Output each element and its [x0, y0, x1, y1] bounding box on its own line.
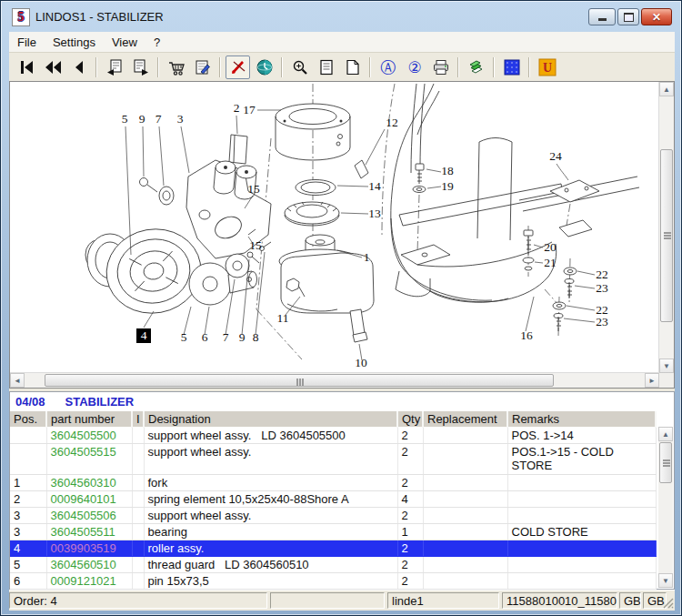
nav-prev-fast-button[interactable]: [40, 56, 65, 79]
callout-24[interactable]: 24: [549, 149, 562, 163]
callout-9[interactable]: 9: [139, 112, 145, 126]
col-part-number[interactable]: part number: [46, 411, 132, 428]
table-row[interactable]: 53604560510thread guard LD 36045605102: [10, 557, 656, 573]
cell-qty: 2: [397, 573, 423, 590]
col-qty[interactable]: Qty: [397, 411, 423, 428]
callout-6[interactable]: 6: [202, 330, 208, 344]
resize-grip-icon[interactable]: [663, 598, 674, 609]
menu-help[interactable]: ?: [145, 34, 168, 51]
table-scroll-down-icon[interactable]: ▼: [658, 573, 673, 588]
exploded-drawing[interactable]: 5 9 7 3 2 17 12 18 19 24 14 13 1 15 15 1…: [10, 82, 659, 373]
back-arrow-icon: [70, 58, 88, 76]
callout-19[interactable]: 19: [441, 179, 454, 193]
callout-1[interactable]: 1: [364, 250, 370, 264]
diagram-hscrollbar[interactable]: ◄ ►: [10, 372, 659, 388]
callout-22[interactable]: 22: [596, 268, 608, 281]
callout-5[interactable]: 5: [122, 112, 128, 126]
callout-7[interactable]: 7: [155, 112, 162, 126]
exit-pages-button[interactable]: [464, 56, 488, 79]
scroll-up-icon[interactable]: ▲: [659, 82, 674, 96]
menu-settings[interactable]: Settings: [45, 34, 104, 51]
minimize-button[interactable]: [588, 8, 616, 25]
find-circled-2-button[interactable]: ②: [402, 56, 426, 79]
callout-14[interactable]: 14: [368, 179, 381, 193]
callout-4-selected[interactable]: 4: [141, 328, 147, 342]
toolbar: Ⓐ ② U: [9, 53, 675, 82]
table-row[interactable]: 20009640101spring element 10,5x25x40-88S…: [10, 491, 656, 508]
close-button[interactable]: ✕: [641, 8, 672, 25]
cell-replacement: [423, 540, 507, 557]
table-vscrollbar[interactable]: ▲ ▼: [658, 427, 673, 588]
print-button[interactable]: [428, 56, 453, 79]
world-button[interactable]: [252, 56, 276, 79]
maximize-button[interactable]: [617, 8, 639, 25]
cell-replacement: [423, 428, 507, 444]
callout-8[interactable]: 8: [253, 330, 259, 344]
diagram-vscrollbar[interactable]: ▲ ▼: [658, 82, 674, 373]
cart-button[interactable]: [164, 56, 188, 79]
callout-15[interactable]: 15: [247, 182, 260, 196]
callout-12[interactable]: 12: [386, 116, 398, 129]
table-row[interactable]: 33604505506support wheel assy.2: [10, 508, 656, 524]
table-row[interactable]: 3604505515support wheel assy.2POS.1->15 …: [10, 444, 656, 475]
table-row[interactable]: 60009121021pin 15x73,52: [10, 573, 656, 590]
col-remarks[interactable]: Remarks: [507, 411, 656, 428]
callout-21[interactable]: 21: [544, 256, 557, 269]
cell-replacement: [423, 491, 507, 508]
marker-off-button[interactable]: [226, 56, 250, 79]
callout-9b[interactable]: 9: [239, 330, 246, 344]
callout-3[interactable]: 3: [177, 112, 184, 126]
cell-designation: support wheel assy. LD 3604505500: [144, 428, 397, 444]
table-scroll-up-icon[interactable]: ▲: [658, 427, 673, 441]
find-circled-a-button[interactable]: Ⓐ: [376, 56, 400, 79]
callout-2[interactable]: 2: [234, 101, 240, 115]
callout-20[interactable]: 20: [544, 240, 557, 254]
callout-15[interactable]: 15: [249, 238, 262, 252]
table-row[interactable]: 33604505511bearing1COLD STORE: [10, 524, 656, 540]
table-row[interactable]: 3604505500support wheel assy. LD 3604505…: [10, 428, 656, 444]
linde-home-button[interactable]: U: [535, 56, 559, 79]
page-next-button[interactable]: [128, 56, 153, 79]
nav-prev-button[interactable]: [66, 56, 91, 79]
parts-grid-button[interactable]: [499, 56, 524, 79]
vscroll-thumb[interactable]: [660, 149, 673, 322]
cell-replacement: [423, 475, 507, 491]
scroll-left-icon[interactable]: ◄: [10, 373, 25, 388]
zoom-in-button[interactable]: [287, 56, 312, 79]
col-i[interactable]: I: [132, 411, 144, 428]
circled-a-icon: Ⓐ: [379, 58, 397, 76]
callout-10[interactable]: 10: [355, 356, 367, 369]
callout-23[interactable]: 23: [596, 281, 608, 295]
col-pos[interactable]: Pos.: [10, 411, 46, 428]
hscroll-thumb[interactable]: [45, 374, 554, 387]
table-vscroll-thumb[interactable]: [659, 442, 672, 483]
scroll-right-icon[interactable]: ►: [645, 373, 659, 388]
order-form-button[interactable]: [190, 56, 215, 79]
nav-first-icon: [17, 58, 35, 76]
rewind-icon: [44, 58, 62, 76]
callout-17[interactable]: 17: [243, 103, 256, 116]
scroll-down-icon[interactable]: ▼: [659, 358, 674, 373]
col-replacement[interactable]: Replacement: [423, 411, 507, 428]
table-row[interactable]: 13604560310fork2: [10, 475, 656, 491]
doc-new-button[interactable]: [340, 56, 365, 79]
nav-first-button[interactable]: [14, 56, 38, 79]
doc-overview-button[interactable]: [314, 56, 338, 79]
callout-23b[interactable]: 23: [596, 315, 608, 328]
page-prev-button[interactable]: [102, 56, 126, 79]
callout-16[interactable]: 16: [520, 328, 533, 342]
menu-view[interactable]: View: [104, 34, 145, 51]
col-designation[interactable]: Designation: [144, 411, 397, 428]
title-bar: 5 LINDOS1 - STABILIZER ✕: [1, 1, 681, 32]
callout-5b[interactable]: 5: [181, 330, 187, 344]
callout-13[interactable]: 13: [368, 207, 381, 220]
cell-i: [132, 557, 144, 573]
status-empty: [270, 592, 385, 609]
status-user: linde1: [387, 592, 499, 609]
menu-file[interactable]: File: [9, 34, 45, 51]
toolbar-separator: [157, 57, 159, 77]
callout-11[interactable]: 11: [277, 311, 289, 325]
callout-7b[interactable]: 7: [223, 330, 229, 344]
callout-18[interactable]: 18: [441, 164, 454, 177]
table-row-selected[interactable]: 40039903519roller assy.2: [10, 540, 656, 557]
